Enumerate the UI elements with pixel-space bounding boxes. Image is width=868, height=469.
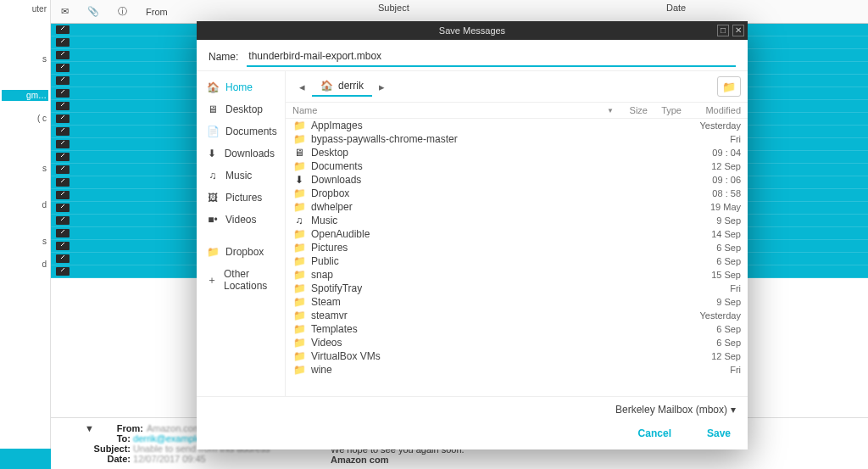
file-row[interactable]: 📁Dropbox08 : 58 bbox=[286, 187, 748, 200]
place-pictures[interactable]: 🖼Pictures bbox=[197, 187, 285, 209]
file-row[interactable]: 📁Pictures6 Sep bbox=[286, 241, 748, 254]
place-documents[interactable]: 📄Documents bbox=[197, 120, 285, 142]
envelope-icon bbox=[56, 229, 70, 237]
new-folder-button[interactable]: 📁 bbox=[717, 76, 741, 97]
file-name: Videos bbox=[311, 337, 682, 349]
file-row[interactable]: 📁snap15 Sep bbox=[286, 268, 748, 282]
file-name: Music bbox=[311, 215, 682, 226]
file-modified: Fri bbox=[682, 283, 741, 293]
place-other-locations[interactable]: ＋Other Locations bbox=[197, 263, 285, 297]
place-icon: ■• bbox=[207, 214, 219, 226]
folder-icon: 📁 bbox=[292, 310, 306, 321]
folder-item[interactable]: d bbox=[2, 199, 48, 210]
close-icon[interactable]: ✕ bbox=[732, 25, 744, 36]
file-name: Steam bbox=[311, 296, 682, 308]
envelope-icon bbox=[56, 254, 70, 263]
folder-item[interactable]: s bbox=[2, 53, 48, 64]
folder-item[interactable]: d bbox=[2, 259, 48, 270]
folder-item[interactable]: s bbox=[2, 163, 48, 174]
col-subject[interactable]: Subject bbox=[373, 0, 661, 23]
col-name[interactable]: Name bbox=[292, 105, 317, 115]
folder-icon: 📁 bbox=[292, 282, 306, 294]
format-select[interactable]: Berkeley Mailbox (mbox) ▾ bbox=[615, 404, 736, 416]
envelope-icon: ✉ bbox=[56, 3, 74, 20]
file-row[interactable]: 📁steamvrYesterday bbox=[286, 309, 748, 322]
filename-input[interactable] bbox=[247, 47, 736, 67]
sort-icon[interactable]: ▼ bbox=[607, 107, 614, 114]
file-name: VirtualBox VMs bbox=[311, 350, 682, 362]
collapse-icon[interactable]: ▼ bbox=[85, 423, 94, 433]
place-home[interactable]: 🏠Home bbox=[197, 76, 285, 98]
folder-item[interactable]: s bbox=[2, 236, 48, 247]
file-list-columns[interactable]: Name ▼ Size Type Modified bbox=[286, 102, 748, 119]
col-type[interactable]: Type bbox=[648, 105, 682, 115]
message-list-columns[interactable]: ✉ 📎 ⓘ From Subject Date bbox=[51, 0, 868, 24]
file-row[interactable]: 📁wineFri bbox=[286, 363, 748, 377]
folder-icon: 📁 bbox=[292, 364, 306, 376]
col-date[interactable]: Date bbox=[661, 0, 868, 23]
file-row[interactable]: 📁Templates6 Sep bbox=[286, 322, 748, 336]
place-icon: ♫ bbox=[207, 170, 219, 181]
place-videos[interactable]: ■•Videos bbox=[197, 209, 285, 231]
save-button[interactable]: Save bbox=[702, 424, 736, 443]
to-value[interactable]: derrik@example bbox=[133, 433, 201, 444]
file-row[interactable]: ⬇Downloads09 : 06 bbox=[286, 173, 748, 187]
file-row[interactable]: 📁bypass-paywalls-chrome-masterFri bbox=[286, 132, 748, 146]
cancel-button[interactable]: Cancel bbox=[633, 424, 676, 443]
date-label: Date: bbox=[85, 454, 131, 464]
file-name: Public bbox=[311, 255, 682, 267]
file-row[interactable]: 📁SpotifyTrayFri bbox=[286, 282, 748, 295]
col-from[interactable]: From bbox=[141, 4, 173, 20]
place-label: Pictures bbox=[225, 192, 262, 204]
place-dropbox[interactable]: 📁Dropbox bbox=[197, 241, 285, 263]
col-size[interactable]: Size bbox=[614, 105, 648, 115]
envelope-icon bbox=[56, 25, 70, 34]
breadcrumb[interactable]: 🏠 derrik bbox=[312, 76, 372, 97]
file-row[interactable]: 📁Documents12 Sep bbox=[286, 159, 748, 173]
folder-item[interactable]: gm… bbox=[2, 90, 48, 101]
nav-back-icon[interactable]: ◂ bbox=[292, 77, 312, 97]
folder-item[interactable] bbox=[2, 222, 48, 224]
folder-item[interactable] bbox=[2, 149, 48, 151]
place-music[interactable]: ♫Music bbox=[197, 165, 285, 187]
folder-icon: 📁 bbox=[292, 269, 306, 281]
folder-icon: 📁 bbox=[292, 323, 306, 335]
folder-icon: 📁 bbox=[292, 160, 306, 172]
file-modified: Yesterday bbox=[682, 120, 741, 131]
file-row[interactable]: 📁Steam9 Sep bbox=[286, 295, 748, 309]
file-modified: 09 : 04 bbox=[682, 148, 741, 158]
file-row[interactable]: 📁Videos6 Sep bbox=[286, 336, 748, 349]
file-list[interactable]: 📁AppImagesYesterday📁bypass-paywalls-chro… bbox=[286, 119, 748, 396]
folder-item[interactable] bbox=[2, 136, 48, 137]
place-icon: ⬇ bbox=[207, 148, 218, 159]
col-modified[interactable]: Modified bbox=[682, 105, 741, 115]
file-modified: 12 Sep bbox=[682, 161, 741, 171]
folder-icon: 📁 bbox=[292, 337, 306, 349]
file-row[interactable]: 🖥Desktop09 : 04 bbox=[286, 146, 748, 159]
folder-item[interactable]: ( c bbox=[2, 113, 48, 124]
folder-item[interactable] bbox=[2, 186, 48, 187]
file-row[interactable]: 📁OpenAudible14 Sep bbox=[286, 227, 748, 241]
folder-icon: 📁 bbox=[722, 81, 736, 93]
maximize-icon[interactable]: □ bbox=[717, 25, 729, 36]
file-row[interactable]: 📁Public6 Sep bbox=[286, 254, 748, 268]
file-modified: 19 May bbox=[682, 202, 741, 212]
envelope-icon bbox=[56, 51, 70, 59]
folder-item[interactable] bbox=[2, 40, 48, 42]
envelope-icon bbox=[56, 242, 70, 250]
folder-item[interactable] bbox=[2, 26, 48, 28]
dialog-titlebar[interactable]: Save Messages □ ✕ bbox=[197, 21, 748, 40]
place-label: Music bbox=[225, 170, 252, 181]
folder-pane[interactable]: utersgm…( csdsd bbox=[0, 0, 51, 469]
file-row[interactable]: 📁VirtualBox VMs12 Sep bbox=[286, 349, 748, 363]
place-desktop[interactable]: 🖥Desktop bbox=[197, 98, 285, 120]
file-row[interactable]: 📁dwhelper19 May bbox=[286, 200, 748, 214]
folder-item[interactable]: uter bbox=[2, 3, 48, 14]
file-row[interactable]: 📁AppImagesYesterday bbox=[286, 119, 748, 132]
folder-item[interactable] bbox=[2, 76, 48, 78]
file-row[interactable]: ♫Music9 Sep bbox=[286, 214, 748, 227]
place-downloads[interactable]: ⬇Downloads bbox=[197, 142, 285, 165]
nav-forward-icon[interactable]: ▸ bbox=[372, 77, 392, 97]
folder-icon: 📁 bbox=[292, 296, 306, 308]
file-name: steamvr bbox=[311, 310, 682, 321]
